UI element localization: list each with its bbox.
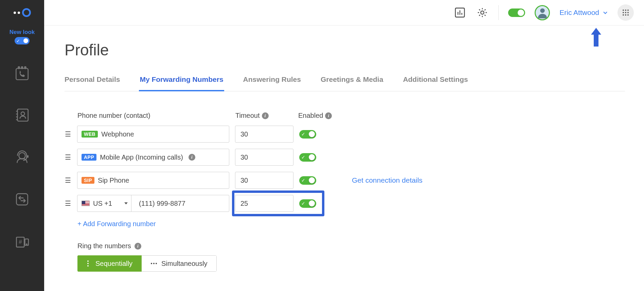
chevron-down-icon <box>603 10 608 15</box>
svg-point-18 <box>26 244 27 244</box>
enabled-toggle[interactable]: ✓ <box>299 199 316 208</box>
connection-details-link[interactable]: Get connection details <box>352 176 423 184</box>
info-icon[interactable]: i <box>135 243 141 250</box>
sip-badge: SIP <box>82 177 94 184</box>
agent-headset-icon[interactable] <box>14 149 31 167</box>
svg-point-36 <box>87 265 89 267</box>
us-flag-icon <box>82 201 90 206</box>
svg-point-29 <box>625 12 626 13</box>
main-content: Profile Personal Details My Forwarding N… <box>65 41 644 272</box>
svg-point-37 <box>151 263 152 264</box>
tab-additional-settings[interactable]: Additional Settings <box>403 75 468 91</box>
topbar: Eric Attwood <box>44 0 644 25</box>
forwarding-row-custom: ☰ US +1 ✓ <box>65 195 644 212</box>
enabled-toggle[interactable]: ✓ <box>299 130 316 139</box>
contact-display: SIP Sip Phone <box>77 172 229 189</box>
sequentially-button[interactable]: Sequentially <box>77 255 142 272</box>
apps-grid-button[interactable] <box>618 4 634 21</box>
new-look-label: New look <box>10 29 35 36</box>
tab-greetings-media[interactable]: Greetings & Media <box>321 75 383 91</box>
transfer-call-icon[interactable] <box>14 191 31 209</box>
user-avatar[interactable] <box>535 5 550 20</box>
forwarding-row: ☰ WEB Webphone ✓ <box>65 126 644 143</box>
timeout-input[interactable] <box>235 126 293 143</box>
app-logo <box>14 8 31 17</box>
new-look-block: New look ✓ <box>10 29 35 46</box>
hash-phone-icon[interactable]: # <box>14 233 31 251</box>
dropdown-arrow-icon <box>124 202 128 204</box>
analytics-icon[interactable] <box>453 6 466 19</box>
svg-point-31 <box>623 14 624 16</box>
ring-mode-group: Sequentially Simultaneously <box>77 255 217 272</box>
new-look-toggle[interactable]: ✓ <box>15 37 30 44</box>
page-title: Profile <box>65 41 644 59</box>
timeout-input[interactable] <box>235 149 293 166</box>
settings-gear-icon[interactable] <box>476 6 489 19</box>
tab-answering-rules[interactable]: Answering Rules <box>243 75 301 91</box>
forwarding-row: ☰ APP Mobile App (Incoming calls) i ✓ <box>65 149 644 166</box>
svg-rect-14 <box>16 194 28 205</box>
svg-point-13 <box>19 152 25 159</box>
contact-display: APP Mobile App (Incoming calls) i <box>77 149 229 166</box>
simultaneously-button[interactable]: Simultaneously <box>142 255 217 272</box>
user-name-label: Eric Attwood <box>559 8 599 17</box>
tab-personal-details[interactable]: Personal Details <box>65 75 120 91</box>
svg-point-34 <box>87 260 89 262</box>
column-headers: Phone number (contact) Timeout i Enabled… <box>77 112 644 120</box>
svg-point-30 <box>627 12 629 13</box>
svg-point-12 <box>21 112 24 115</box>
phone-number-input[interactable] <box>135 200 229 207</box>
contact-label: Webphone <box>101 130 134 138</box>
timeout-input[interactable] <box>235 172 293 189</box>
col-enabled: Enabled i <box>298 112 332 120</box>
enabled-toggle[interactable]: ✓ <box>299 176 316 185</box>
drag-handle-icon[interactable]: ☰ <box>65 130 71 138</box>
svg-point-28 <box>623 12 624 13</box>
add-forwarding-link[interactable]: + Add Forwarding number <box>77 220 156 228</box>
app-badge: APP <box>82 154 96 161</box>
contacts-icon[interactable] <box>14 107 31 125</box>
svg-text:#: # <box>19 239 22 245</box>
svg-point-39 <box>156 263 157 264</box>
contact-display: WEB Webphone <box>77 126 229 143</box>
enabled-toggle[interactable]: ✓ <box>299 153 316 162</box>
contact-label: Mobile App (Incoming calls) <box>100 153 183 161</box>
svg-point-25 <box>623 10 624 11</box>
info-icon[interactable]: i <box>189 154 195 161</box>
calendar-phone-icon[interactable] <box>14 65 31 83</box>
svg-point-26 <box>625 10 626 11</box>
drag-handle-icon[interactable]: ☰ <box>65 199 71 207</box>
country-code-label: US +1 <box>93 200 112 207</box>
svg-point-24 <box>540 8 544 13</box>
svg-point-33 <box>627 14 629 16</box>
contact-input-group: US +1 <box>77 195 229 212</box>
availability-toggle[interactable] <box>508 8 525 17</box>
svg-point-32 <box>625 14 626 16</box>
svg-rect-0 <box>16 68 28 79</box>
svg-point-27 <box>627 10 629 11</box>
profile-tabs: Personal Details My Forwarding Numbers A… <box>65 75 625 91</box>
drag-handle-icon[interactable]: ☰ <box>65 176 71 184</box>
web-badge: WEB <box>82 131 98 138</box>
user-menu[interactable]: Eric Attwood <box>559 8 608 17</box>
col-phone: Phone number (contact) <box>77 112 235 120</box>
contact-label: Sip Phone <box>98 177 129 184</box>
country-code-select[interactable]: US +1 <box>77 195 131 212</box>
col-timeout: Timeout i <box>235 112 298 120</box>
sequential-icon <box>87 260 91 267</box>
info-icon[interactable]: i <box>262 112 269 119</box>
ring-numbers-label: Ring the numbers i <box>77 242 644 250</box>
svg-point-35 <box>87 263 89 264</box>
svg-point-38 <box>153 263 155 264</box>
drag-handle-icon[interactable]: ☰ <box>65 153 71 161</box>
simultaneous-icon <box>150 261 157 266</box>
sidebar: New look ✓ <box>0 0 44 291</box>
forwarding-row: ☰ SIP Sip Phone ✓ Get connection details <box>65 172 644 189</box>
svg-point-23 <box>481 11 484 14</box>
info-icon[interactable]: i <box>325 112 332 119</box>
timeout-input[interactable] <box>235 195 293 212</box>
tab-forwarding-numbers[interactable]: My Forwarding Numbers <box>140 75 223 91</box>
